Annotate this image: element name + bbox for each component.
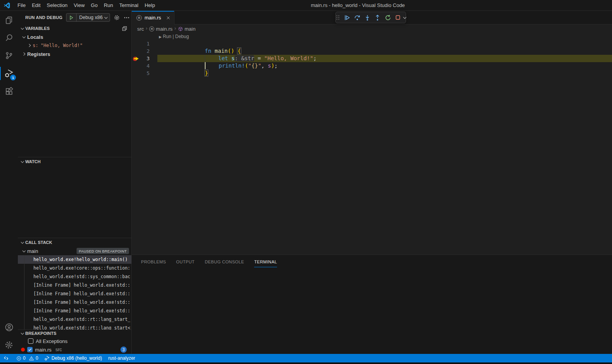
tab-strip: R main.rs [132,11,612,24]
breakpoint-main-rs-row[interactable]: main.rs src 3 [18,345,131,354]
stack-frame[interactable]: [Inline Frame] hello_world.exe!std:: [18,289,131,298]
thread-main[interactable]: main PAUSED ON BREAKPOINT [18,247,131,255]
gutter-line[interactable]: 2 [132,47,157,55]
stack-frame[interactable]: [Inline Frame] hello_world.exe!std:: [18,281,131,289]
gutter-line[interactable]: 5 [132,70,157,77]
stack-frame[interactable]: hello_world.exe!hello_world::main() [18,255,131,264]
code-token: : &str [235,55,255,61]
breadcrumb: src › R main.rs › main [132,24,612,33]
variable-s[interactable]: s: "Hello, World!" [18,41,131,50]
settings-button[interactable] [0,336,18,354]
step-over-button[interactable] [354,14,361,21]
problems-status[interactable]: 0 0 [13,354,41,362]
debug-settings-button[interactable] [114,15,120,21]
terminal-content[interactable] [132,268,612,354]
debug-toolbar [335,12,406,23]
gutter-line[interactable]: 3 [132,55,157,62]
menubar: FileEditSelectionViewGoRunTerminalHelp [14,0,158,11]
scope-registers[interactable]: Registers [18,50,131,58]
source-control-icon [5,51,13,60]
paused-breakpoint-icon[interactable] [133,56,141,61]
stack-frame[interactable]: hello_world.exe!std::sys_common::bac [18,272,131,281]
locals-label: Locals [27,34,43,40]
all-exceptions-row[interactable]: All Exceptions [18,337,131,345]
stop-button[interactable] [395,14,401,21]
menu-item[interactable]: Terminal [116,0,141,11]
codelens[interactable]: ▶Run | Debug [157,33,612,40]
menu-item[interactable]: File [14,0,29,11]
stack-frame[interactable]: hello_world.exe!std::rt::lang_start_ [18,315,131,324]
variables-header[interactable]: VARIABLES [18,24,131,33]
gutter-line[interactable]: 1 [132,40,157,47]
breakpoint-checkbox[interactable] [27,347,33,352]
debug-alt-icon [44,355,50,361]
sidebar-item-search[interactable] [0,29,18,47]
gear-icon [5,341,13,349]
code-token: let [218,55,228,61]
activity-bar: 1 [0,11,18,354]
sidebar-title: RUN AND DEBUG [25,15,63,20]
variables-section: VARIABLES Locals s: "Hello, World!" Regi… [18,24,131,157]
code-token: println! [219,63,245,69]
toolbar-drag-handle[interactable] [336,14,340,21]
debug-restart-icon [385,14,391,21]
step-into-button[interactable] [364,14,371,21]
menu-item[interactable]: View [71,0,88,11]
breadcrumb-folder[interactable]: src [137,26,144,32]
menu-item[interactable]: Run [101,0,116,11]
close-tab-button[interactable] [166,16,170,20]
debug-badge: 1 [10,75,16,80]
code-line[interactable]: fn main() { [157,40,612,47]
sidebar-item-extensions[interactable] [0,82,18,100]
breakpoints-title: BREAKPOINTS [25,331,56,336]
menu-item[interactable]: Selection [44,0,70,11]
chevron-down-icon [21,331,24,334]
sidebar-item-explorer[interactable] [0,11,18,29]
watch-header[interactable]: WATCH [18,157,131,166]
stack-frame[interactable]: [Inline Frame] hello_world.exe!std:: [18,298,131,307]
start-debug-button[interactable] [66,14,77,21]
breakpoint-file: main.rs [35,347,52,353]
breadcrumb-file[interactable]: R main.rs [149,26,173,32]
step-out-button[interactable] [374,14,381,21]
sidebar-item-source-control[interactable] [0,47,18,64]
panel-tab[interactable]: OUTPUT [176,256,195,267]
continue-button[interactable] [344,14,350,21]
breakpoint-count-badge: 3 [120,347,127,353]
breakpoints-header[interactable]: BREAKPOINTS [18,330,131,337]
stack-frame[interactable]: [Inline Frame] hello_world.exe!std:: [18,307,131,315]
rust-analyzer-status[interactable]: rust-analyzer [105,354,138,362]
call-stack-header[interactable]: CALL STACK [18,238,131,247]
breakpoint-path: src [56,347,62,352]
tab-label: main.rs [145,15,161,21]
panel-tab[interactable]: DEBUG CONSOLE [205,256,244,267]
panel-tab[interactable]: TERMINAL [254,256,277,267]
breakpoint-icon [21,348,25,352]
code-area[interactable]: ▶Run | Debug fn main() { let s: &str = "… [157,33,612,254]
code-editor[interactable]: 1 2 [132,33,612,254]
code-lines: fn main() { let s: &str = "Hello, World!… [157,40,612,77]
code-token: , [261,63,268,69]
all-exceptions-checkbox[interactable] [28,338,33,344]
debug-config-dropdown[interactable]: Debug x86 [66,13,110,22]
scope-locals[interactable]: Locals [18,33,131,41]
stack-frame[interactable]: hello_world.exe!core::ops::function: [18,264,131,272]
gutter-line[interactable]: 4 [132,62,157,70]
more-actions-button[interactable] [124,14,130,21]
restart-button[interactable] [385,14,391,21]
menu-item[interactable]: Help [141,0,158,11]
stack-frame[interactable]: hello_world.exe!std::rt::lang_start< [18,324,131,329]
breadcrumb-symbol[interactable]: main [178,26,195,32]
code-line[interactable] [157,70,612,77]
panel-tab[interactable]: PROBLEMS [141,256,166,267]
tab-main-rs[interactable]: R main.rs [132,11,174,24]
menu-item[interactable]: Edit [29,0,44,11]
account-button[interactable] [0,318,18,336]
sidebar-item-run-and-debug[interactable]: 1 [0,64,18,82]
collapse-all-button[interactable] [122,26,127,31]
debug-status[interactable]: Debug x86 (hello_world) [41,354,105,362]
remote-indicator[interactable] [0,354,13,362]
chevron-down-icon [105,16,108,19]
menu-item[interactable]: Go [88,0,101,11]
stop-dropdown-chevron-icon[interactable] [403,16,406,19]
